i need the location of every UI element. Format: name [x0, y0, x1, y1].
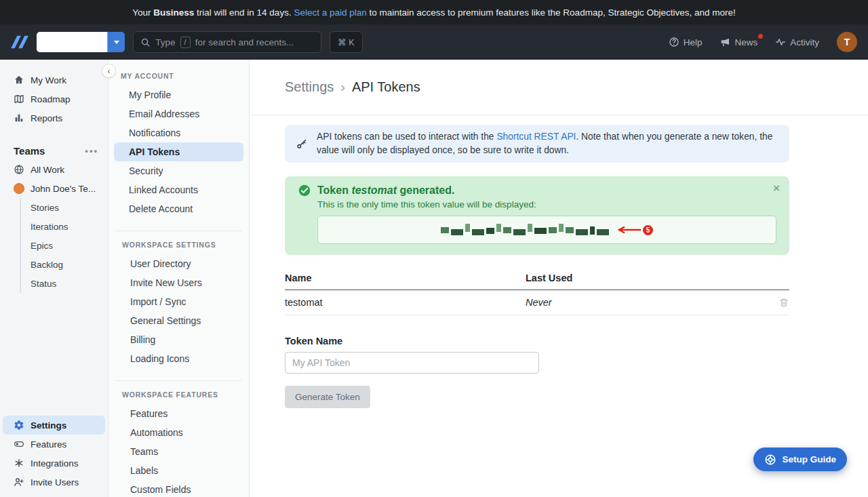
- sidebar-item-epics[interactable]: Epics: [31, 236, 108, 255]
- settings-nav-item-custom-fields[interactable]: Custom Fields: [115, 480, 242, 497]
- settings-nav-item-general-settings[interactable]: General Settings: [115, 311, 242, 330]
- sidebar-item-integrations[interactable]: Integrations: [0, 454, 108, 473]
- sidebar-item-invite-users[interactable]: Invite Users: [0, 473, 108, 492]
- settings-nav-item-teams[interactable]: Teams: [115, 442, 242, 461]
- sidebar-item-label: All Work: [31, 165, 64, 175]
- redacted-token-value: [441, 226, 609, 234]
- sidebar-item-status[interactable]: Status: [31, 274, 108, 293]
- settings-nav-item-delete-account[interactable]: Delete Account: [114, 199, 243, 218]
- sidebar-item-label: Reports: [31, 113, 62, 123]
- nav-item-label: Notifications: [129, 127, 180, 138]
- section-title: Workspace Features: [115, 391, 242, 404]
- token-value-strip: 5: [317, 216, 776, 244]
- settings-nav-item-billing[interactable]: Billing: [115, 330, 242, 349]
- info-text-before: API tokens can be used to interact with …: [317, 132, 496, 142]
- alert-title-suffix: generated.: [397, 184, 454, 196]
- alert-token-name: testomat: [351, 184, 397, 196]
- nav-item-label: Security: [129, 165, 163, 176]
- sidebar-item-label: Roadmap: [31, 94, 71, 104]
- activity-button[interactable]: Activity: [775, 37, 819, 47]
- news-notification-dot: [758, 34, 763, 39]
- nav-item-label: General Settings: [130, 315, 201, 326]
- trial-text-middle: trial will end in 14 days.: [194, 7, 294, 18]
- settings-nav-item-labels[interactable]: Labels: [115, 461, 242, 480]
- settings-nav-item-invite-new-users[interactable]: Invite New Users: [115, 273, 242, 292]
- news-button[interactable]: News: [719, 37, 757, 47]
- sidebar-item-settings[interactable]: Settings: [3, 416, 105, 435]
- nav-item-label: Teams: [130, 446, 158, 457]
- settings-nav-item-api-tokens[interactable]: API Tokens: [114, 142, 243, 161]
- delete-token-button[interactable]: [778, 297, 789, 308]
- sub-item-label: Stories: [31, 203, 59, 213]
- settings-nav-section-workspace-settings: Workspace Settings User Directory Invite…: [115, 231, 242, 374]
- settings-nav-section-workspace-features: Workspace Features Features Automations …: [115, 380, 242, 497]
- settings-nav-item-linked-accounts[interactable]: Linked Accounts: [114, 180, 243, 199]
- search-input[interactable]: Type / for search and recents...: [133, 31, 321, 53]
- search-hint-rest: for search and recents...: [195, 37, 294, 47]
- user-avatar[interactable]: T: [837, 32, 857, 52]
- teams-header-label: Teams: [14, 145, 45, 157]
- cmd-k-shortcut-badge: ⌘ K: [330, 31, 362, 53]
- annotation-step-badge: 5: [643, 225, 653, 235]
- sidebar-bottom-group: Settings Features Integrations Invite Us…: [0, 416, 108, 492]
- user-plus-icon: [14, 477, 24, 488]
- token-name-input[interactable]: [285, 352, 539, 374]
- key-icon: [296, 138, 307, 150]
- help-label: Help: [684, 37, 703, 47]
- check-circle-icon: [298, 184, 311, 197]
- table-row: testomat Never: [285, 290, 789, 315]
- settings-nav-item-features[interactable]: Features: [115, 404, 242, 423]
- breadcrumb-separator-icon: ›: [340, 79, 345, 95]
- token-name-cell: testomat: [285, 297, 526, 308]
- collapse-sidebar-button[interactable]: ‹: [102, 64, 116, 78]
- app-window: Your Business trial will end in 14 days.…: [0, 0, 868, 497]
- nav-item-label: Loading Icons: [130, 353, 189, 364]
- settings-nav-item-email-addresses[interactable]: Email Addresses: [114, 104, 243, 123]
- sub-item-label: Status: [31, 279, 56, 289]
- settings-nav-item-loading-icons[interactable]: Loading Icons: [115, 349, 242, 368]
- search-hint-type: Type: [155, 37, 175, 47]
- breadcrumb-settings[interactable]: Settings: [285, 79, 334, 95]
- create-story-dropdown[interactable]: [107, 32, 125, 52]
- sidebar-item-backlog[interactable]: Backlog: [31, 255, 108, 274]
- integrations-icon: [14, 458, 24, 469]
- teams-options-icon[interactable]: •••: [85, 146, 98, 156]
- sidebar-item-stories[interactable]: Stories: [31, 198, 108, 217]
- settings-nav-item-security[interactable]: Security: [114, 161, 243, 180]
- nav-item-label: Delete Account: [129, 203, 193, 214]
- activity-label: Activity: [790, 37, 819, 47]
- megaphone-icon: [719, 37, 730, 47]
- sidebar-item-team-john-doe[interactable]: John Doe's Te...: [0, 179, 108, 198]
- question-circle-icon: [669, 37, 679, 47]
- settings-nav-item-user-directory[interactable]: User Directory: [115, 254, 242, 273]
- setup-guide-button[interactable]: Setup Guide: [753, 448, 847, 471]
- primary-sidebar: My Work Roadmap Reports Teams ••• All Wo…: [0, 60, 108, 497]
- generate-token-button[interactable]: Generate Token: [285, 386, 370, 408]
- red-arrow-icon: [614, 226, 642, 234]
- help-button[interactable]: Help: [669, 37, 703, 47]
- main-content: Settings › API Tokens API tokens can be …: [250, 60, 868, 497]
- tokens-table: Name Last Used testomat Never: [285, 267, 789, 315]
- create-story-button[interactable]: Create Story: [37, 32, 125, 52]
- breadcrumb: Settings › API Tokens: [250, 60, 868, 115]
- sidebar-item-iterations[interactable]: Iterations: [31, 217, 108, 236]
- rest-api-link[interactable]: Shortcut REST API: [496, 132, 576, 142]
- sidebar-item-features[interactable]: Features: [0, 435, 108, 454]
- sub-item-label: Iterations: [31, 222, 68, 232]
- features-icon: [14, 439, 24, 450]
- alert-title: Token testomat generated.: [317, 184, 454, 197]
- settings-nav-item-import-sync[interactable]: Import / Sync: [115, 292, 242, 311]
- sidebar-item-roadmap[interactable]: Roadmap: [0, 90, 108, 108]
- settings-nav-item-notifications[interactable]: Notifications: [114, 123, 243, 142]
- sidebar-item-reports[interactable]: Reports: [0, 108, 108, 127]
- close-icon[interactable]: ×: [773, 182, 780, 194]
- settings-nav-item-automations[interactable]: Automations: [115, 423, 242, 442]
- select-paid-plan-link[interactable]: Select a paid plan: [294, 7, 366, 18]
- sidebar-item-my-work[interactable]: My Work: [0, 71, 108, 90]
- home-icon: [14, 75, 24, 85]
- settings-nav-item-my-profile[interactable]: My Profile: [114, 85, 243, 104]
- sidebar-item-all-work[interactable]: All Work: [0, 160, 108, 179]
- shortcut-logo-icon[interactable]: [11, 35, 28, 49]
- token-name-label: Token Name: [285, 336, 789, 346]
- bar-chart-icon: [14, 113, 24, 123]
